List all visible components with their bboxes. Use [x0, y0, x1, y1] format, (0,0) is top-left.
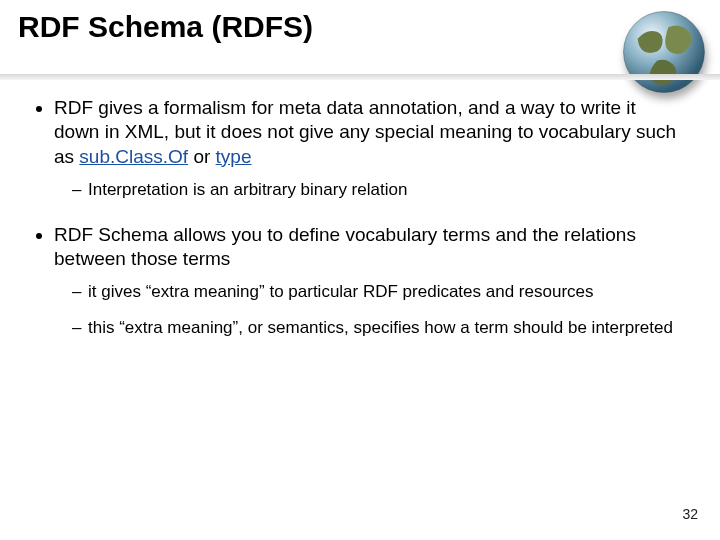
keyword-type: type	[216, 146, 252, 167]
slide-title: RDF Schema (RDFS)	[18, 10, 313, 44]
bullet-1: RDF gives a formalism for meta data anno…	[54, 96, 684, 201]
bullet-2-sub-2: this “extra meaning”, or semantics, spec…	[72, 317, 684, 339]
keyword-subclassof: sub.Class.Of	[79, 146, 188, 167]
slide-body: RDF gives a formalism for meta data anno…	[30, 96, 684, 361]
bullet-1-sub-1: Interpretation is an arbitrary binary re…	[72, 179, 684, 201]
bullet-2-sub-1: it gives “extra meaning” to particular R…	[72, 281, 684, 303]
bullet-list-level1: RDF gives a formalism for meta data anno…	[30, 96, 684, 339]
bullet-1-text-mid: or	[188, 146, 215, 167]
bullet-2: RDF Schema allows you to define vocabula…	[54, 223, 684, 339]
slide: RDF Schema (RDFS) RDF gives a formalism …	[0, 0, 720, 540]
bullet-1-sublist: Interpretation is an arbitrary binary re…	[54, 179, 684, 201]
page-number: 32	[682, 506, 698, 522]
bullet-2-sublist: it gives “extra meaning” to particular R…	[54, 281, 684, 339]
bullet-2-text: RDF Schema allows you to define vocabula…	[54, 224, 636, 269]
globe-icon	[620, 8, 708, 96]
title-divider	[0, 74, 720, 80]
